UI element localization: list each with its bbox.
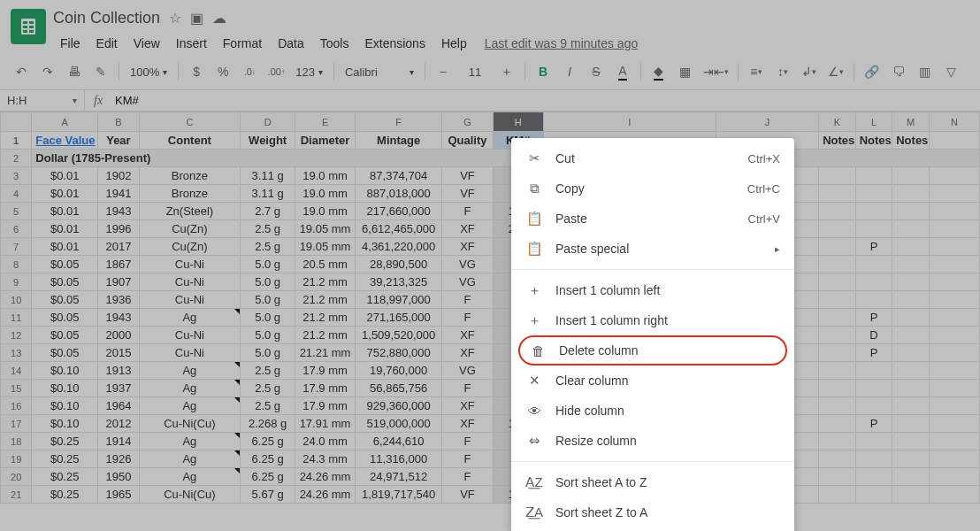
cell[interactable]: Bronze bbox=[139, 185, 240, 203]
row-header[interactable]: 18 bbox=[1, 433, 32, 450]
cell[interactable] bbox=[855, 185, 892, 203]
cell[interactable]: XF bbox=[442, 327, 493, 344]
cell[interactable]: 4,361,220,000 bbox=[355, 238, 442, 256]
cell[interactable]: 2000 bbox=[98, 327, 140, 344]
cell[interactable]: 11,316,000 bbox=[355, 450, 442, 468]
cell[interactable]: 217,660,000 bbox=[355, 203, 442, 220]
row-header[interactable]: 8 bbox=[1, 256, 32, 273]
col-header-L[interactable]: L bbox=[855, 112, 892, 132]
cell[interactable] bbox=[929, 415, 979, 433]
col-header-N[interactable]: N bbox=[929, 112, 979, 132]
cell[interactable]: 2015 bbox=[98, 344, 140, 362]
cell[interactable]: $0.25 bbox=[32, 468, 98, 486]
cell[interactable]: 3.11 g bbox=[241, 185, 295, 203]
row-header[interactable]: 3 bbox=[1, 167, 32, 185]
cell[interactable] bbox=[819, 468, 856, 486]
cell[interactable]: 1950 bbox=[98, 468, 140, 486]
formula-input[interactable] bbox=[111, 90, 980, 111]
cell[interactable]: 1907 bbox=[98, 273, 140, 291]
ctx-insert-1-column-left[interactable]: ＋Insert 1 column left bbox=[511, 275, 794, 305]
cell[interactable]: $0.05 bbox=[32, 344, 98, 362]
row-header[interactable]: 12 bbox=[1, 327, 32, 344]
cell[interactable]: 2.5 g bbox=[241, 238, 295, 256]
undo-button[interactable]: ↶ bbox=[9, 59, 34, 84]
cell[interactable]: Notes bbox=[892, 132, 930, 150]
cell[interactable] bbox=[892, 167, 930, 185]
cell[interactable] bbox=[855, 380, 892, 397]
cell[interactable]: 519,000,000 bbox=[355, 415, 442, 433]
link-button[interactable]: 🔗 bbox=[860, 59, 884, 84]
cell[interactable]: 1902 bbox=[98, 167, 140, 185]
font-size-input[interactable]: 11 bbox=[457, 59, 493, 84]
strike-button[interactable]: S bbox=[584, 59, 609, 84]
cell[interactable]: Face Value bbox=[32, 132, 98, 150]
cell[interactable]: 24.3 mm bbox=[295, 450, 356, 468]
cell[interactable]: 21.2 mm bbox=[295, 309, 356, 327]
col-header-H[interactable]: H bbox=[493, 112, 543, 132]
cell[interactable] bbox=[819, 238, 856, 256]
cell[interactable]: F bbox=[442, 203, 493, 220]
cell[interactable] bbox=[929, 273, 979, 291]
cell[interactable]: 17.9 mm bbox=[295, 380, 356, 397]
row-header[interactable]: 17 bbox=[1, 415, 32, 433]
ctx-resize-column[interactable]: ⇔Resize column bbox=[511, 426, 794, 456]
cell[interactable]: Notes bbox=[855, 132, 892, 150]
cell[interactable] bbox=[819, 256, 856, 273]
cell[interactable] bbox=[929, 433, 979, 450]
cell[interactable] bbox=[929, 220, 979, 238]
cell[interactable] bbox=[929, 203, 979, 220]
row-header[interactable]: 1 bbox=[1, 132, 32, 150]
cell[interactable] bbox=[892, 327, 930, 344]
cell[interactable]: F bbox=[442, 380, 493, 397]
doc-title[interactable]: Coin Collection bbox=[53, 9, 160, 27]
cell[interactable] bbox=[892, 433, 930, 450]
cell[interactable]: 21.2 mm bbox=[295, 327, 356, 344]
cell[interactable]: 17.9 mm bbox=[295, 397, 356, 415]
cell[interactable] bbox=[892, 185, 930, 203]
merge-button[interactable]: ⇥⇤▾ bbox=[700, 59, 732, 84]
cell[interactable]: 19.0 mm bbox=[295, 203, 356, 220]
menu-insert[interactable]: Insert bbox=[169, 33, 214, 54]
text-color-button[interactable]: A bbox=[610, 59, 635, 84]
row-header[interactable]: 7 bbox=[1, 238, 32, 256]
cell[interactable]: Ag bbox=[139, 309, 240, 327]
cell[interactable]: 1,509,520,000 bbox=[355, 327, 442, 344]
cell[interactable]: 24.26 mm bbox=[295, 486, 356, 504]
col-header-F[interactable]: F bbox=[355, 112, 442, 132]
inc-decimal-button[interactable]: .00↑ bbox=[264, 59, 288, 84]
cell[interactable]: 2012 bbox=[98, 415, 140, 433]
cell[interactable]: $0.25 bbox=[32, 450, 98, 468]
paint-format-button[interactable]: ✎ bbox=[88, 59, 113, 84]
cell[interactable]: 28,890,500 bbox=[355, 256, 442, 273]
cell[interactable]: 2.7 g bbox=[241, 203, 295, 220]
cell[interactable] bbox=[929, 362, 979, 380]
col-header-A[interactable]: A bbox=[32, 112, 98, 132]
cell[interactable]: VG bbox=[442, 273, 493, 291]
cell[interactable] bbox=[819, 291, 856, 309]
cloud-icon[interactable]: ☁ bbox=[212, 10, 226, 27]
row-header[interactable]: 11 bbox=[1, 309, 32, 327]
ctx-insert-1-column-right[interactable]: ＋Insert 1 column right bbox=[511, 305, 794, 335]
cell[interactable]: $0.01 bbox=[32, 185, 98, 203]
menu-tools[interactable]: Tools bbox=[313, 33, 356, 54]
menu-extensions[interactable]: Extensions bbox=[357, 33, 432, 54]
borders-button[interactable]: ▦ bbox=[673, 59, 698, 84]
cell[interactable] bbox=[819, 380, 856, 397]
select-all-corner[interactable] bbox=[1, 112, 32, 132]
row-header[interactable]: 19 bbox=[1, 450, 32, 468]
cell[interactable] bbox=[929, 380, 979, 397]
row-header[interactable]: 2 bbox=[1, 150, 32, 167]
cell[interactable]: $0.05 bbox=[32, 273, 98, 291]
cell[interactable]: 19.0 mm bbox=[295, 185, 356, 203]
cell[interactable] bbox=[819, 309, 856, 327]
cell[interactable] bbox=[855, 450, 892, 468]
cell[interactable]: Bronze bbox=[139, 167, 240, 185]
cell[interactable]: $0.05 bbox=[32, 256, 98, 273]
cell[interactable]: 1914 bbox=[98, 433, 140, 450]
cell[interactable]: VF bbox=[442, 167, 493, 185]
cell[interactable]: 19.0 mm bbox=[295, 167, 356, 185]
cell[interactable]: Cu-Ni(Cu) bbox=[139, 486, 240, 504]
section-cell[interactable]: Dollar (1785-Present) bbox=[32, 150, 980, 167]
ctx-cut[interactable]: ✂CutCtrl+X bbox=[511, 143, 794, 173]
cell[interactable]: XF bbox=[442, 238, 493, 256]
